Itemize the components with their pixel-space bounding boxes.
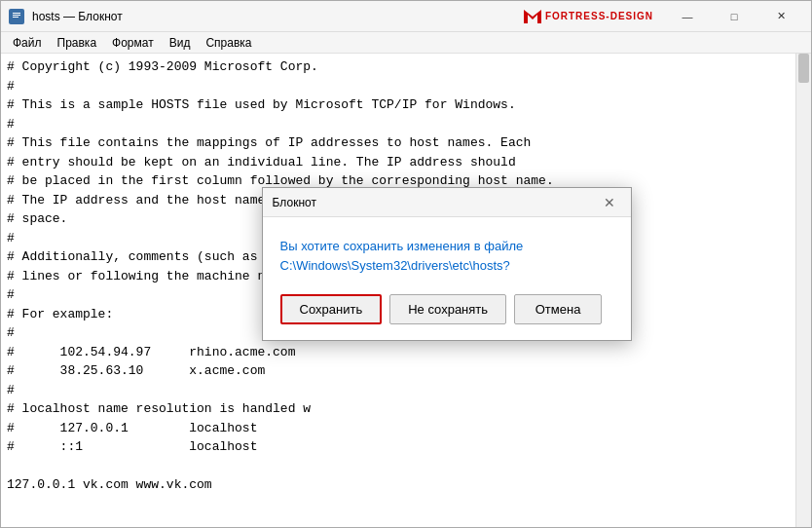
dialog-close-button[interactable]: ✕ — [598, 191, 621, 214]
no-save-button[interactable]: Не сохранять — [389, 294, 506, 324]
dialog-title-bar: Блокнот ✕ — [263, 188, 631, 217]
dialog-body: Вы хотите сохранить изменения в файле C:… — [263, 217, 631, 340]
dialog-buttons: Сохранить Не сохранять Отмена — [280, 294, 613, 324]
dialog-title: Блокнот — [273, 196, 598, 209]
notepad-window: hosts — Блокнот FORTRESS-DESIGN — □ ✕ Фа… — [0, 0, 812, 528]
dialog-message: Вы хотите сохранить изменения в файле C:… — [280, 237, 613, 275]
cancel-button[interactable]: Отмена — [514, 294, 602, 324]
save-button[interactable]: Сохранить — [280, 294, 383, 324]
save-dialog: Блокнот ✕ Вы хотите сохранить изменения … — [262, 187, 632, 341]
dialog-overlay: Блокнот ✕ Вы хотите сохранить изменения … — [1, 1, 811, 527]
